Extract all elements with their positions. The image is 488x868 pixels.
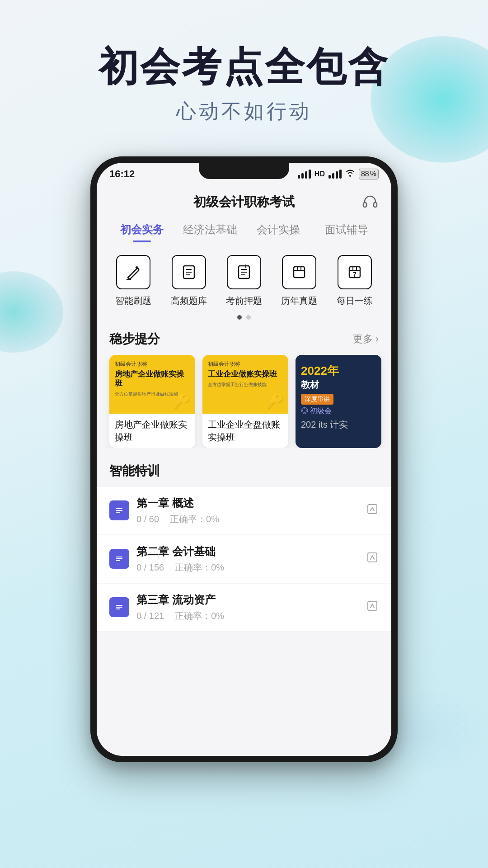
hd-label: HD [314,170,325,178]
phone-notch [199,163,289,179]
tabs-row: 初会实务 经济法基础 会计实操 面试辅导 [97,215,391,242]
training-progress-3: 0 / 121 [136,611,164,621]
phone-screen: 16:12 HD [97,163,391,756]
signal-bars-2 [328,170,342,179]
course-thumb-sub-2: 全方位掌握工业行业做账技能 [208,382,267,388]
svg-rect-0 [363,203,366,207]
course-title-3: 202 its 计实 [296,414,381,435]
svg-rect-1 [374,203,377,207]
deep-lecture-badge: 深度串讲 [301,394,333,405]
training-icon-3 [109,597,129,617]
signal-bars [298,170,311,179]
steady-section-title: 稳步提分 [109,330,160,348]
svg-rect-20 [368,553,377,562]
icon-freq-bank[interactable]: 高频题库 [171,255,207,307]
hero-title: 初会考点全包含 [0,45,488,89]
svg-rect-25 [368,601,377,610]
training-name-1: 第一章 概述 [136,496,366,510]
svg-rect-8 [294,267,305,278]
course-title-1: 房地产企业做账实操班 [109,414,195,448]
training-section-title: 智能特训 [109,462,160,480]
history-exam-label: 历年真题 [281,295,317,307]
course-thumb-big-1: 房地产企业做账实操班 [115,370,190,388]
training-edit-icon-2[interactable] [366,551,379,566]
tab-miànshi[interactable]: 面试辅导 [312,219,380,242]
app-header: 初级会计职称考试 [97,185,391,215]
icon-daily-practice[interactable]: 7 每日一练 [337,255,373,307]
training-edit-icon-1[interactable] [366,503,379,518]
training-item-3[interactable]: 第三章 流动资产 0 / 121 正确率：0% [97,584,391,631]
battery-icon: 88 % [359,169,379,179]
course-thumb-2: 初级会计职称 工业企业做账实操班 全方位掌握工业行业做账技能 🔑 [202,355,288,414]
training-stats-2: 0 / 156 正确率：0% [136,561,366,574]
smart-brush-label: 智能刷题 [115,295,151,307]
course-thumb-sub-1: 全方位掌握房地产行业做账技能 [115,391,178,397]
signal-bar2-3 [336,171,338,179]
icon-smart-brush[interactable]: 智能刷题 [115,255,151,307]
daily-practice-label: 每日一练 [337,295,373,307]
signal-bar-1 [298,175,300,179]
tab-active-underline [133,241,151,242]
training-section-header: 智能特训 [97,457,391,487]
hero-subtitle: 心动不如行动 [0,98,488,125]
signal-bar-3 [305,171,307,179]
training-edit-icon-3[interactable] [366,599,379,615]
function-icons-row: 智能刷题 高频题库 考前押题 [97,242,391,311]
status-icons: HD 88 % [298,169,379,179]
dot-1 [237,315,242,320]
signal-bar2-1 [328,175,331,179]
phone-frame: 16:12 HD [90,156,398,762]
training-section: 智能特训 第一章 概述 [97,457,391,637]
icon-history-exam[interactable]: 历年真题 [281,255,317,307]
status-time: 16:12 [109,168,135,180]
tab-kuaiji-shicao[interactable]: 会计实操 [244,219,312,242]
wifi-icon [345,169,355,179]
training-progress-2: 0 / 156 [136,562,164,573]
key-icon-2: 🔑 [266,392,284,409]
training-stats-3: 0 / 121 正确率：0% [136,610,366,622]
training-icon-1 [109,500,129,520]
course-card-3[interactable]: 2022年 教材 深度串讲 ◎ 初级会 202 its 计实 [296,355,381,448]
course-card-1[interactable]: 初级会计职称 房地产企业做账实操班 全方位掌握房地产行业做账技能 🔑 房地产企业… [109,355,195,448]
icon-exam-predict[interactable]: 考前押题 [226,255,262,307]
training-item-1[interactable]: 第一章 概述 0 / 60 正确率：0% [97,487,391,534]
course-thumb-1: 初级会计职称 房地产企业做账实操班 全方位掌握房地产行业做账技能 🔑 [109,355,195,414]
steady-section-more[interactable]: 更多 › [353,332,379,346]
hero-section: 初会考点全包含 心动不如行动 [0,0,488,143]
course-thumb-big-2: 工业企业做账实操班 [208,370,277,379]
signal-bar2-4 [339,170,342,179]
training-info-1: 第一章 概述 0 / 60 正确率：0% [136,496,366,525]
training-accuracy-label-1: 正确率：0% [170,513,219,525]
app-header-title: 初级会计职称考试 [193,193,295,211]
course-thumb-3: 2022年 教材 深度串讲 ◎ 初级会 [296,355,381,414]
tab-jingji-fa[interactable]: 经济法基础 [176,219,244,242]
signal-bar-4 [309,170,311,179]
training-accuracy-label-2: 正确率：0% [175,561,224,574]
training-icon-2 [109,549,129,569]
freq-bank-icon-box [172,255,206,289]
training-info-3: 第三章 流动资产 0 / 121 正确率：0% [136,593,366,622]
daily-practice-icon-box: 7 [338,255,372,289]
key-icon-1: 🔑 [173,392,191,409]
exam-predict-icon-box [227,255,261,289]
courses-row: 初级会计职称 房地产企业做账实操班 全方位掌握房地产行业做账技能 🔑 房地产企业… [97,355,391,448]
tab-chuhui-shiwu[interactable]: 初会实务 [108,219,176,242]
training-item-2[interactable]: 第二章 会计基础 0 / 156 正确率：0% [97,535,391,583]
course-thumb-material: 教材 [301,379,319,391]
freq-bank-label: 高频题库 [171,295,207,307]
course-card-2[interactable]: 初级会计职称 工业企业做账实操班 全方位掌握工业行业做账技能 🔑 工业企业全盘做… [202,355,288,448]
headphone-icon[interactable] [361,193,379,211]
exam-predict-label: 考前押题 [226,295,262,307]
course-thumb-2022: 2022年 [301,360,339,379]
course-thumb-small-2: 初级会计职称 [208,360,240,368]
course-level-label: ◎ 初级会 [301,406,332,414]
steady-section-header: 稳步提分 更多 › [97,325,391,355]
training-accuracy-label-3: 正确率：0% [175,610,224,622]
training-stats-1: 0 / 60 正确率：0% [136,513,366,525]
training-name-3: 第三章 流动资产 [136,593,366,607]
course-thumb-small-1: 初级会计职称 [115,360,147,368]
app-content: 初级会计职称考试 初会实务 [97,185,391,756]
history-exam-icon-box [282,255,316,289]
svg-text:7: 7 [353,271,357,278]
training-info-2: 第二章 会计基础 0 / 156 正确率：0% [136,544,366,574]
